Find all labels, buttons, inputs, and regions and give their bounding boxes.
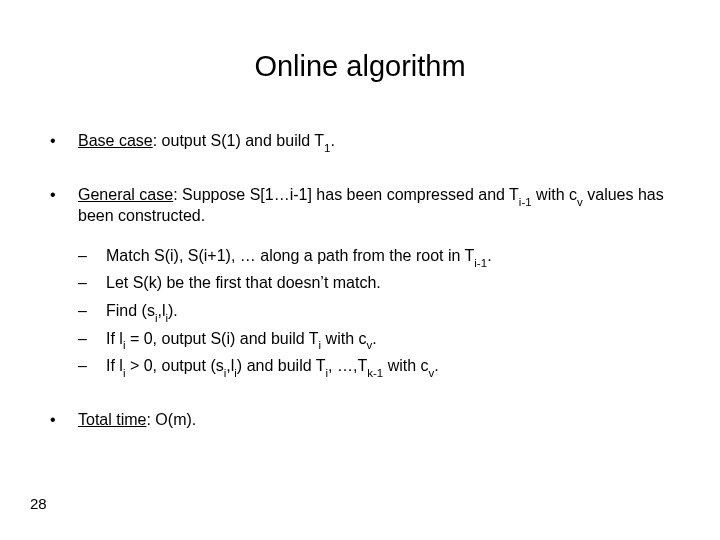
text: , …,T: [328, 357, 367, 374]
text: : O(m).: [146, 411, 196, 428]
label: Total time: [78, 411, 146, 428]
bullet-text: Total time: O(m).: [78, 409, 670, 431]
sub-item-if-positive: – If li > 0, output (si,li) and build Ti…: [50, 355, 670, 377]
sub-text: If li = 0, output S(i) and build Ti with…: [106, 328, 670, 350]
subscript: v: [577, 196, 583, 208]
text: ).: [168, 302, 178, 319]
sub-item-if-zero: – If li = 0, output S(i) and build Ti wi…: [50, 328, 670, 350]
text: Let S(k) be the first that doesn’t match…: [106, 274, 381, 291]
text: .: [331, 132, 335, 149]
text: Match S(i), S(i+1), … along a path from …: [106, 247, 474, 264]
text: with c: [383, 357, 428, 374]
label: General case: [78, 186, 173, 203]
subscript: i: [326, 367, 329, 379]
subscript: v: [429, 367, 435, 379]
text: : Suppose S[1…i-1] has been compressed a…: [173, 186, 519, 203]
text: > 0, output (s: [125, 357, 223, 374]
sub-text: If li > 0, output (si,li) and build Ti, …: [106, 355, 670, 377]
subscript: i: [234, 367, 237, 379]
text: ) and build T: [237, 357, 326, 374]
page-number: 28: [30, 495, 47, 512]
subscript: i: [224, 367, 227, 379]
dash-mark: –: [78, 245, 106, 267]
text: Find (s: [106, 302, 155, 319]
dash-mark: –: [78, 328, 106, 350]
subscript: i-1: [474, 257, 487, 269]
bullet-text: Base case: output S(1) and build T1.: [78, 130, 670, 152]
slide-body: • Base case: output S(1) and build T1. •…: [50, 130, 670, 436]
subscript: 1: [324, 142, 330, 154]
sub-text: Find (si,li).: [106, 300, 670, 322]
bullet-mark: •: [50, 130, 78, 152]
text: with c: [321, 330, 366, 347]
label: Base case: [78, 132, 153, 149]
slide: Online algorithm • Base case: output S(1…: [0, 0, 720, 540]
sub-text: Let S(k) be the first that doesn’t match…: [106, 272, 670, 294]
bullet-text: General case: Suppose S[1…i-1] has been …: [78, 184, 670, 227]
subscript: i-1: [519, 196, 532, 208]
bullet-general-case: • General case: Suppose S[1…i-1] has bee…: [50, 184, 670, 227]
sub-item-find: – Find (si,li).: [50, 300, 670, 322]
text: .: [487, 247, 491, 264]
sub-item-let: – Let S(k) be the first that doesn’t mat…: [50, 272, 670, 294]
text: If l: [106, 357, 123, 374]
subscript: i: [165, 312, 168, 324]
slide-title: Online algorithm: [0, 50, 720, 83]
subscript: i: [319, 339, 322, 351]
dash-mark: –: [78, 300, 106, 322]
dash-mark: –: [78, 355, 106, 377]
text: .: [434, 357, 438, 374]
bullet-base-case: • Base case: output S(1) and build T1.: [50, 130, 670, 152]
text: with c: [532, 186, 577, 203]
subscript: k-1: [367, 367, 383, 379]
sub-text: Match S(i), S(i+1), … along a path from …: [106, 245, 670, 267]
dash-mark: –: [78, 272, 106, 294]
text: : output S(1) and build T: [153, 132, 324, 149]
bullet-mark: •: [50, 409, 78, 431]
text: .: [372, 330, 376, 347]
text: If l: [106, 330, 123, 347]
text: = 0, output S(i) and build T: [125, 330, 318, 347]
bullet-total-time: • Total time: O(m).: [50, 409, 670, 431]
sub-item-match: – Match S(i), S(i+1), … along a path fro…: [50, 245, 670, 267]
subscript: v: [367, 339, 373, 351]
bullet-mark: •: [50, 184, 78, 206]
